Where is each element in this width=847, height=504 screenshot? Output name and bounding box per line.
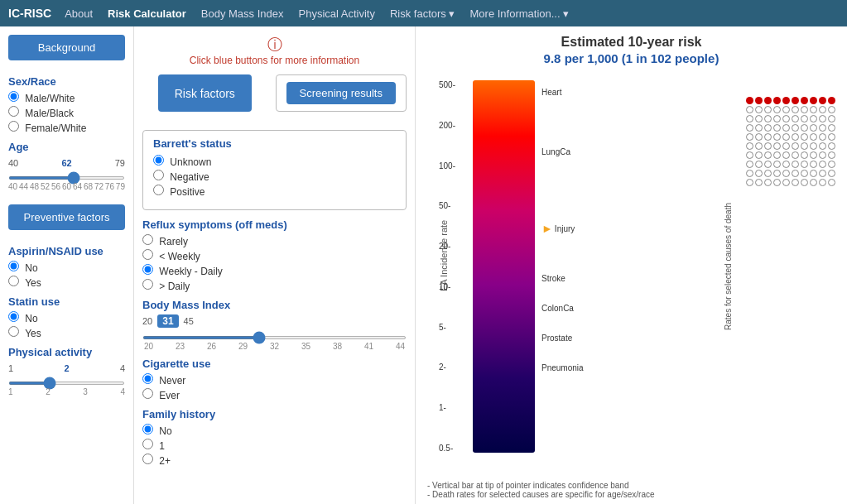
dot: [764, 115, 772, 122]
dot: [755, 115, 763, 122]
age-title: Age: [8, 141, 125, 153]
chart-area: EA Incidence rate 500- 200- 100- 50- 20-…: [427, 72, 835, 499]
dot: [755, 170, 763, 177]
dot: [746, 97, 753, 104]
dot: [773, 142, 781, 150]
y-axis: 500- 200- 100- 50- 20- 10- 5- 2- 1- 0.5-: [439, 80, 455, 453]
family-history-no[interactable]: No: [142, 424, 407, 437]
physical-activity-title: Physical activity: [8, 346, 125, 358]
preventive-factors-button[interactable]: Preventive factors: [8, 204, 125, 230]
dot: [828, 115, 835, 122]
dot: [782, 124, 790, 132]
nav-about[interactable]: About: [65, 7, 93, 20]
chart-labels: Heart LungCa ►Injury Stroke ColonCa Pros…: [541, 80, 608, 453]
dot: [810, 124, 817, 132]
dot: [773, 151, 781, 159]
dot: [773, 179, 781, 186]
dot: [828, 142, 835, 150]
brand: IC-RISC: [8, 7, 51, 20]
dot: [782, 133, 790, 141]
dot: [755, 97, 763, 104]
chart-notes: - Vertical bar at tip of pointer indicat…: [427, 481, 736, 499]
bmi-value-badge: 31: [157, 314, 178, 328]
aspirin-no[interactable]: No: [8, 261, 125, 274]
nav-more-info[interactable]: More Information...: [470, 7, 570, 20]
sex-race-option-1[interactable]: Male/Black: [8, 106, 125, 119]
family-history-title: Family history: [142, 408, 407, 420]
dot: [828, 97, 835, 104]
nav-body-mass[interactable]: Body Mass Index: [201, 7, 284, 20]
statin-no[interactable]: No: [8, 311, 125, 324]
reflux-lt-weekly[interactable]: < Weekly: [142, 249, 407, 262]
risk-factors-button[interactable]: Risk factors: [158, 74, 252, 112]
dot: [782, 179, 790, 186]
dot: [746, 151, 753, 159]
statin-group: No Yes: [8, 311, 125, 339]
dot: [764, 142, 772, 150]
age-slider[interactable]: [8, 176, 125, 180]
left-panel: Background Sex/Race Male/White Male/Blac…: [0, 26, 134, 504]
dot: [792, 161, 799, 168]
dot: [819, 124, 826, 132]
sex-race-option-2[interactable]: Female/White: [8, 121, 125, 134]
dot: [819, 179, 826, 186]
dot: [810, 115, 817, 122]
dot: [801, 106, 808, 113]
dot: [792, 170, 799, 177]
sex-race-option-0[interactable]: Male/White: [8, 91, 125, 104]
stroke-label: Stroke: [541, 274, 565, 283]
statin-title: Statin use: [8, 295, 125, 308]
legend-label: Rates for selected causes of death: [724, 203, 733, 330]
reflux-rarely[interactable]: Rarely: [142, 234, 407, 247]
dot: [764, 170, 772, 177]
barretts-negative[interactable]: Negative: [153, 170, 396, 183]
dot: [782, 151, 790, 159]
physical-activity-slider[interactable]: [8, 382, 125, 385]
reflux-weekly-daily[interactable]: Weekly - Daily: [142, 264, 407, 277]
dot: [773, 133, 781, 141]
dot: [773, 161, 781, 168]
sex-race-group: Male/White Male/Black Female/White: [8, 91, 125, 134]
dot: [819, 106, 826, 113]
injury-label: ►Injury: [541, 222, 575, 235]
dot: [764, 133, 772, 141]
family-history-1[interactable]: 1: [142, 439, 407, 452]
lungca-label: LungCa: [541, 147, 570, 156]
cigarette-ever[interactable]: Ever: [142, 388, 407, 401]
aspirin-yes[interactable]: Yes: [8, 276, 125, 289]
dot: [782, 170, 790, 177]
statin-yes[interactable]: Yes: [8, 326, 125, 339]
nav-risk-factors[interactable]: Risk factors: [390, 7, 455, 20]
background-button[interactable]: Background: [8, 35, 125, 60]
dot: [801, 115, 808, 122]
barretts-positive[interactable]: Positive: [153, 185, 396, 198]
dot: [792, 151, 799, 159]
bmi-title: Body Mass Index: [142, 299, 407, 311]
bmi-slider[interactable]: [142, 336, 407, 339]
family-history-2plus[interactable]: 2+: [142, 454, 407, 467]
chart-subtitle: 9.8 per 1,000 (1 in 102 people): [427, 51, 835, 65]
physical-activity-slider-container: 1 2 4 1 2 3 4: [8, 363, 125, 396]
dot: [819, 133, 826, 141]
barretts-unknown[interactable]: Unknown: [153, 155, 396, 168]
main-container: Background Sex/Race Male/White Male/Blac…: [0, 26, 847, 504]
reflux-gt-daily[interactable]: > Daily: [142, 279, 407, 292]
nav-physical-activity[interactable]: Physical Activity: [298, 7, 374, 20]
right-panel: Estimated 10-year risk 9.8 per 1,000 (1 …: [416, 26, 847, 504]
dot: [746, 161, 753, 168]
screening-results-button[interactable]: Screening results: [286, 82, 396, 104]
dot: [755, 142, 763, 150]
prostate-label: Prostate: [541, 334, 572, 343]
dot: [755, 179, 763, 186]
dot: [773, 170, 781, 177]
nav-risk-calculator[interactable]: Risk Calculator: [108, 7, 186, 20]
dot: [773, 106, 781, 113]
cigarette-never[interactable]: Never: [142, 373, 407, 386]
family-history-group: No 1 2+: [142, 424, 407, 467]
info-hint: ⓘ Click blue buttons for more informatio…: [142, 35, 407, 66]
barretts-title: Barrett's status: [153, 137, 396, 150]
dot: [746, 115, 753, 122]
aspirin-group: No Yes: [8, 261, 125, 289]
dot: [810, 161, 817, 168]
bmi-slider-row: 20 31 45: [142, 314, 407, 328]
